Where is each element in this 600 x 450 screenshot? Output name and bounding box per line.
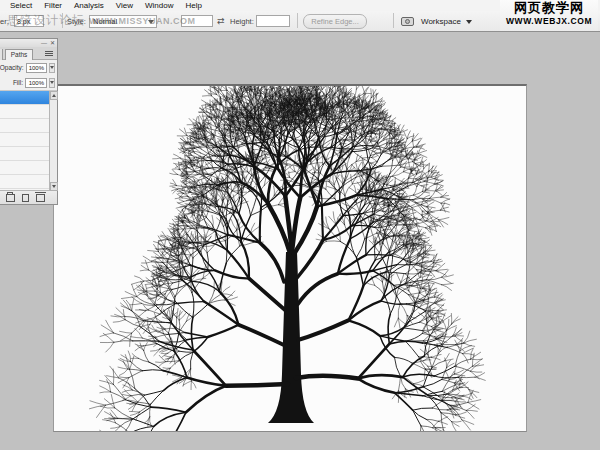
refine-edge-button[interactable]: Refine Edge... <box>303 14 367 29</box>
fill-row: Fill: 100% <box>0 75 57 90</box>
layer-row[interactable] <box>0 147 50 161</box>
site-badge-url: WWW.WEBJX.COM <box>500 16 598 26</box>
layers-panel: — ✕ Paths Opacity: 100% Fill: 100% <box>0 38 58 205</box>
layer-row[interactable] <box>0 105 50 119</box>
style-value: Normal <box>93 17 117 26</box>
menu-filter[interactable]: Filter <box>44 0 62 11</box>
panel-menu-icon[interactable] <box>45 50 55 57</box>
style-dropdown[interactable]: Normal <box>89 15 157 28</box>
fill-input[interactable]: 100% <box>25 78 47 88</box>
feather-input[interactable]: 8 px <box>14 15 44 27</box>
panel-bottom-bar <box>0 190 57 204</box>
tab-paths[interactable]: Paths <box>5 49 33 60</box>
opacity-input[interactable]: 100% <box>26 63 47 73</box>
swap-dimensions-icon[interactable]: ⇄ <box>217 16 225 26</box>
tab-partial[interactable] <box>0 49 3 60</box>
layer-list <box>0 90 57 190</box>
menu-window[interactable]: Window <box>145 0 173 11</box>
menu-select[interactable]: Select <box>10 0 32 11</box>
feather-label: er: <box>0 17 9 26</box>
scroll-up-icon[interactable] <box>50 91 58 100</box>
workspace-label: Workspace <box>421 17 461 26</box>
menu-view[interactable]: View <box>116 0 133 11</box>
height-label: Height: <box>230 17 254 26</box>
layer-row[interactable] <box>0 161 50 175</box>
separator <box>393 13 394 28</box>
menu-analysis[interactable]: Analysis <box>74 0 104 11</box>
site-badge-title: 网页教学网 <box>500 0 598 16</box>
panel-scrollbar[interactable] <box>49 91 57 191</box>
separator <box>62 13 63 28</box>
opacity-label: Opacity: <box>0 64 24 71</box>
new-layer-icon[interactable] <box>22 194 29 202</box>
delete-layer-icon[interactable] <box>36 194 45 202</box>
panel-tab-row: Paths <box>0 47 57 60</box>
layer-row-selected[interactable] <box>0 91 50 105</box>
minimize-icon[interactable]: — <box>41 40 47 46</box>
layer-row[interactable] <box>0 175 50 189</box>
tree-canvas[interactable] <box>54 86 526 431</box>
workspace-button[interactable]: Workspace <box>401 13 472 30</box>
chevron-down-icon <box>148 20 154 24</box>
document-window <box>53 84 527 432</box>
fill-label: Fill: <box>13 79 23 86</box>
height-input[interactable] <box>256 15 290 27</box>
close-icon[interactable]: ✕ <box>50 40 55 46</box>
separator <box>297 13 298 28</box>
opacity-row: Opacity: 100% <box>0 60 57 75</box>
style-label: Style: <box>67 17 86 26</box>
site-badge: 网页教学网 WWW.WEBJX.COM <box>500 0 598 31</box>
new-group-icon[interactable] <box>6 194 15 202</box>
scroll-down-icon[interactable] <box>50 182 58 191</box>
layer-row[interactable] <box>0 133 50 147</box>
workspace-icon <box>401 16 416 27</box>
fill-dropdown-icon[interactable] <box>49 78 55 88</box>
width-input[interactable] <box>181 15 213 27</box>
chevron-down-icon <box>466 20 472 24</box>
panel-titlebar: — ✕ <box>0 39 57 47</box>
opacity-dropdown-icon[interactable] <box>49 63 55 73</box>
layer-row[interactable] <box>0 119 50 133</box>
menu-help[interactable]: Help <box>185 0 201 11</box>
